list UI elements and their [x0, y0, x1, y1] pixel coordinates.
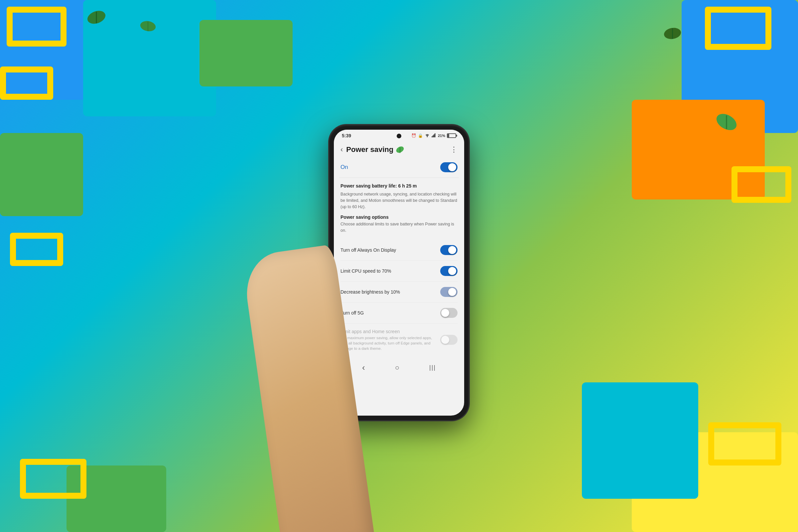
settings-list: Turn off Always On Display Limit CPU spe… [341, 240, 457, 357]
svg-rect-10 [433, 135, 434, 137]
setting-label-limit-apps: Limit apps and Home screen For maximum p… [341, 329, 440, 351]
setting-row-limit-apps: Limit apps and Home screen For maximum p… [341, 324, 457, 357]
header-title: Power saving [346, 145, 450, 154]
battery-icon [447, 133, 456, 138]
nav-home-button[interactable]: ○ [395, 363, 399, 372]
info-section: Power saving battery life: 6 h 25 m Back… [341, 178, 457, 240]
svg-rect-12 [435, 133, 436, 137]
toggle-knob [448, 163, 456, 171]
setting-label-aod: Turn off Always On Display [341, 247, 399, 253]
scene: 5:39 ⏰ 🔒 21% [0, 0, 798, 532]
setting-row-brightness[interactable]: Decrease brightness by 10% [341, 282, 457, 303]
setting-label-cpu: Limit CPU speed to 70% [341, 268, 395, 274]
options-section-desc: Choose additional limits to save battery… [341, 221, 457, 234]
setting-label-brightness: Decrease brightness by 10% [341, 289, 403, 294]
nav-bar: ‹ ○ ||| [334, 357, 464, 381]
svg-rect-11 [434, 134, 435, 137]
status-icons: ⏰ 🔒 21% [411, 133, 456, 138]
setting-row-aod[interactable]: Turn off Always On Display [341, 240, 457, 261]
signal-icon [432, 133, 436, 138]
camera-cutout [397, 134, 401, 138]
limit-apps-toggle [440, 335, 457, 345]
wifi-icon [424, 133, 430, 138]
aod-toggle[interactable] [440, 245, 457, 255]
setting-row-5g[interactable]: Turn off 5G [341, 303, 457, 324]
status-time: 5:39 [342, 133, 351, 138]
brightness-toggle[interactable] [440, 287, 457, 297]
nav-back-button[interactable]: ‹ [362, 362, 365, 373]
cpu-toggle[interactable] [440, 266, 457, 276]
battery-desc-text: Background network usage, syncing, and l… [341, 191, 457, 210]
setting-row-cpu[interactable]: Limit CPU speed to 70% [341, 261, 457, 282]
app-header: ‹ Power saving ⋮ [334, 140, 464, 158]
power-saving-toggle[interactable] [440, 162, 457, 172]
power-saving-toggle-row[interactable]: On [341, 158, 457, 177]
header-leaf-icon [395, 145, 405, 154]
nav-recents-button[interactable]: ||| [429, 364, 436, 371]
alarm-icon: ⏰ [411, 133, 416, 138]
battery-indicator: 21% [438, 134, 445, 138]
phone-screen: 5:39 ⏰ 🔒 21% [334, 130, 464, 416]
options-section-title: Power saving options [341, 214, 457, 220]
lock-icon: 🔒 [418, 133, 423, 138]
power-saving-label: On [341, 164, 348, 171]
svg-point-8 [426, 136, 428, 137]
more-options-button[interactable]: ⋮ [450, 145, 457, 154]
battery-life-text: Power saving battery life: 6 h 25 m [341, 183, 457, 189]
back-button[interactable]: ‹ [341, 145, 343, 154]
setting-label-5g: Turn off 5G [341, 310, 367, 316]
5g-toggle[interactable] [440, 308, 457, 318]
svg-rect-9 [432, 136, 433, 137]
main-content: On Power saving battery life: 6 h 25 m B… [334, 158, 464, 357]
